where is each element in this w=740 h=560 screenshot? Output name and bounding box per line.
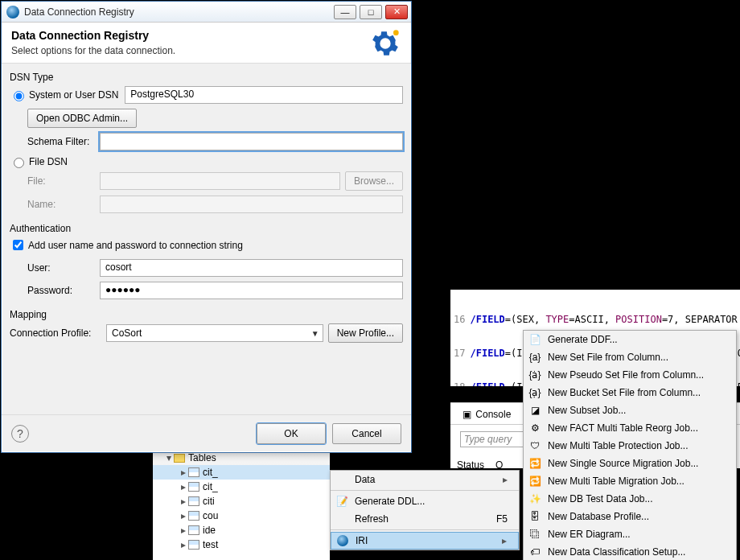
table-row[interactable]: ▸ cit_ [153, 480, 330, 494]
folder-icon [174, 454, 185, 463]
password-label: Password: [27, 285, 100, 296]
migrate-icon: 🔁 [528, 475, 541, 488]
window-title: Data Connection Registry [24, 6, 334, 18]
file-name-label: Name: [27, 199, 100, 210]
context-submenu-iri[interactable]: 📄Generate DDF... {a}New Set File from Co… [523, 330, 737, 560]
expand-icon[interactable]: ▸ [179, 481, 188, 492]
expand-icon[interactable]: ▸ [179, 510, 188, 521]
new-profile-button[interactable]: New Profile... [328, 323, 403, 343]
tables-tree[interactable]: ▾ Tables ▸ cit_ ▸ cit_ ▸ citi ▸ cou ▸ id… [153, 451, 330, 560]
menu-item-new-single-migration[interactable]: 🔁New Single Source Migration Job... [524, 455, 736, 472]
console-icon: ▣ [460, 408, 473, 421]
tab-console[interactable]: ▣ Console [455, 406, 516, 422]
menu-item-generate-ddl[interactable]: 📝 Generate DDL... [331, 492, 519, 510]
iri-icon [336, 534, 349, 547]
menu-item-new-multi-migration[interactable]: 🔁New Multi Table Migration Job... [524, 472, 736, 490]
menu-separator [331, 529, 519, 530]
menu-item-refresh[interactable]: Refresh F5 [331, 510, 519, 528]
menu-label: Refresh [355, 513, 388, 525]
radio-label: File DSN [29, 156, 68, 167]
connection-profile-select[interactable]: CoSort ▼ [106, 324, 323, 342]
user-label: User: [27, 262, 100, 274]
dialog-footer: ? OK Cancel [2, 414, 411, 452]
table-icon [188, 482, 199, 492]
checkbox-add-credentials[interactable] [13, 240, 23, 250]
table-row[interactable]: ▸ test [153, 537, 330, 552]
help-icon[interactable]: ? [11, 425, 29, 443]
close-button[interactable]: ✕ [385, 5, 408, 19]
maximize-button[interactable]: □ [360, 5, 382, 19]
menu-label: New Multi Table Protection Job... [548, 440, 689, 451]
menu-label: New Pseudo Set File from Column... [548, 369, 704, 381]
gear-icon [369, 27, 401, 60]
dropdown-arrow-icon: ▼ [311, 329, 319, 338]
subset-icon: ◪ [528, 404, 541, 417]
table-icon [188, 525, 199, 535]
connection-profile-label: Connection Profile: [10, 327, 106, 339]
minimize-button[interactable]: — [334, 5, 356, 19]
menu-item-new-set-file[interactable]: {a}New Set File from Column... [524, 348, 736, 366]
file-name-input [100, 196, 403, 213]
table-row[interactable]: ▸ ide [153, 523, 330, 537]
group-mapping: Mapping Connection Profile: CoSort ▼ New… [10, 309, 403, 343]
line-number: 16 [454, 314, 470, 325]
menu-item-new-db-profile[interactable]: 🗄New Database Profile... [524, 508, 736, 525]
menu-item-iri[interactable]: IRI ▸ [331, 532, 519, 550]
titlebar[interactable]: Data Connection Registry — □ ✕ [2, 2, 411, 23]
ddf-icon: 📄 [528, 333, 541, 346]
protect-icon: 🛡 [528, 439, 541, 452]
fact-icon: ⚙ [528, 422, 541, 434]
menu-item-new-protection-job[interactable]: 🛡New Multi Table Protection Job... [524, 437, 736, 455]
system-dsn-value[interactable]: PostgreSQL30 [125, 86, 403, 104]
menu-item-new-er-diagram[interactable]: ⿻New ER Diagram... [524, 525, 736, 543]
table-row[interactable]: ▸ citi [153, 494, 330, 509]
context-menu-table[interactable]: Data ▸ 📝 Generate DDL... Refresh F5 IRI … [330, 470, 520, 550]
table-row[interactable]: ▸ cit_ [153, 465, 330, 480]
set-icon: {ȧ} [528, 369, 541, 381]
group-dsn-type: DSN Type System or User DSN PostgreSQL30… [10, 72, 403, 213]
select-value: CoSort [112, 327, 142, 339]
ok-button[interactable]: OK [257, 423, 326, 444]
table-icon [188, 496, 199, 506]
erd-icon: ⿻ [528, 528, 541, 541]
table-icon [188, 540, 199, 550]
query-expression-input[interactable]: Type query expre [460, 431, 524, 447]
group-authentication: Authentication Add user name and passwor… [10, 223, 403, 299]
editor-line: 16 /FIELD=(SEX, TYPE=ASCII, POSITION=7, … [454, 314, 737, 325]
expand-icon[interactable]: ▸ [179, 525, 188, 536]
table-label: citi [203, 496, 215, 507]
menu-item-data[interactable]: Data ▸ [331, 471, 519, 488]
table-label: test [203, 539, 218, 550]
menu-label: New Data Classification Setup... [548, 546, 685, 558]
expand-icon[interactable]: ▸ [179, 467, 188, 478]
data-connection-registry-dialog: Data Connection Registry — □ ✕ Data Conn… [1, 1, 412, 453]
radio-file-dsn[interactable] [14, 158, 24, 168]
wand-icon: ✨ [528, 492, 541, 505]
menu-item-new-fact-reorg[interactable]: ⚙New FACT Multi Table Reorg Job... [524, 419, 736, 437]
menu-label: IRI [356, 535, 368, 546]
user-input[interactable]: cosort [100, 259, 403, 277]
expand-icon[interactable]: ▾ [164, 452, 174, 463]
radio-system-dsn[interactable] [14, 91, 24, 101]
menu-item-new-bucket-set[interactable]: {ạ}New Bucket Set File from Column... [524, 384, 736, 401]
table-label: cit_ [203, 467, 218, 478]
dialog-header: Data Connection Registry Select options … [2, 23, 411, 64]
expand-icon[interactable]: ▸ [179, 496, 188, 507]
menu-item-new-subset-job[interactable]: ◪New Subset Job... [524, 401, 736, 419]
menu-item-generate-ddf[interactable]: 📄Generate DDF... [524, 331, 736, 348]
menu-item-new-classification[interactable]: 🏷New Data Classification Setup... [524, 543, 736, 560]
schema-filter-label: Schema Filter: [27, 136, 100, 147]
menu-item-new-db-test-data[interactable]: ✨New DB Test Data Job... [524, 490, 736, 508]
open-odbc-admin-button[interactable]: Open ODBC Admin... [27, 109, 137, 128]
menu-label: New Single Source Migration Job... [548, 458, 698, 469]
cancel-button[interactable]: Cancel [332, 423, 401, 444]
app-icon [6, 6, 19, 19]
password-input[interactable]: ●●●●●● [100, 282, 403, 299]
table-row[interactable]: ▸ cou [153, 509, 330, 523]
expand-icon[interactable]: ▸ [179, 539, 188, 550]
group-label: Authentication [10, 223, 403, 234]
menu-label: New Set File from Column... [548, 352, 668, 363]
menu-item-new-pseudo-set[interactable]: {ȧ}New Pseudo Set File from Column... [524, 366, 736, 384]
schema-filter-input[interactable] [100, 133, 403, 150]
svg-point-0 [393, 30, 399, 35]
